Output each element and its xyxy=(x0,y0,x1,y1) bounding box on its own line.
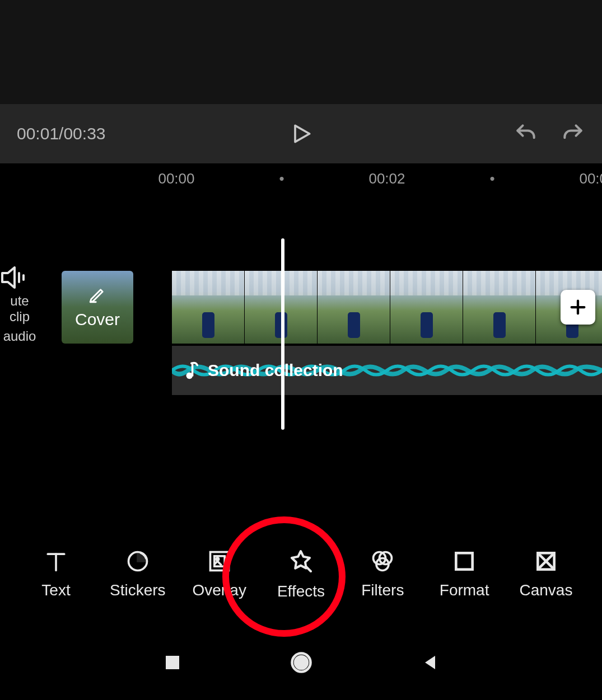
undo-button[interactable] xyxy=(514,121,538,146)
tool-format[interactable]: Format xyxy=(425,549,503,599)
tool-label: Canvas xyxy=(520,581,573,599)
editor-toolbar: Text Stickers Overlay Effects Filters Fo… xyxy=(0,524,602,624)
mute-label-line2: audio xyxy=(0,328,39,344)
triangle-back-icon xyxy=(420,652,440,673)
tool-label: Overlay xyxy=(192,581,246,599)
plus-icon xyxy=(568,298,587,317)
svg-rect-11 xyxy=(210,552,228,571)
tool-label: Format xyxy=(440,581,489,599)
circle-icon xyxy=(289,650,314,675)
ruler-tick: 00:04 xyxy=(575,170,602,187)
cover-thumb-button[interactable]: Cover xyxy=(62,271,133,344)
filters-icon xyxy=(370,549,395,574)
clip-frame xyxy=(463,271,536,344)
effects-icon xyxy=(287,548,314,575)
ruler-dot: • xyxy=(259,170,304,187)
total-time: 00:33 xyxy=(63,124,105,143)
video-editor-screen: 00:01/00:33 00:00 • 00:02 • 00:04 • ute … xyxy=(0,0,602,700)
audio-track-label: Sound collection xyxy=(208,361,343,380)
tool-overlay[interactable]: Overlay xyxy=(180,549,259,599)
audio-track[interactable]: Sound collection xyxy=(172,346,602,395)
nav-recent-button[interactable] xyxy=(162,652,183,673)
ruler-dot: • xyxy=(470,170,515,187)
mute-clip-audio-button[interactable]: ute clip audio xyxy=(0,266,39,344)
add-clip-button[interactable] xyxy=(561,290,595,325)
tool-canvas[interactable]: Canvas xyxy=(507,549,585,599)
svg-marker-1 xyxy=(2,267,15,288)
text-icon xyxy=(44,549,68,574)
transport-bar: 00:01/00:33 xyxy=(0,104,602,163)
timecode-display: 00:01/00:33 xyxy=(17,124,106,143)
tool-stickers[interactable]: Stickers xyxy=(99,549,177,599)
redo-button[interactable] xyxy=(561,121,585,146)
timeline-area[interactable]: ute clip audio Cover xyxy=(0,194,602,496)
mute-label-line1: ute clip xyxy=(0,293,39,324)
tool-label: Filters xyxy=(361,581,404,599)
music-note-icon xyxy=(184,361,200,380)
svg-marker-0 xyxy=(295,125,310,142)
nav-home-button[interactable] xyxy=(289,650,314,675)
svg-line-14 xyxy=(306,567,311,571)
playhead[interactable] xyxy=(281,238,284,430)
nav-back-button[interactable] xyxy=(420,652,440,673)
ruler-tick: 00:02 xyxy=(365,170,409,187)
video-clip-strip[interactable] xyxy=(172,271,602,344)
timeline-ruler[interactable]: 00:00 • 00:02 • 00:04 • xyxy=(0,163,602,194)
play-button[interactable] xyxy=(289,121,314,146)
cover-label: Cover xyxy=(75,310,120,329)
svg-marker-25 xyxy=(425,656,435,669)
svg-rect-22 xyxy=(166,656,179,669)
sticker-icon xyxy=(125,549,150,574)
tool-label: Text xyxy=(41,581,70,599)
undo-icon xyxy=(514,121,538,146)
tool-label: Effects xyxy=(277,582,325,600)
format-icon xyxy=(452,549,477,574)
svg-point-24 xyxy=(295,656,307,669)
svg-rect-18 xyxy=(456,553,472,569)
redo-icon xyxy=(561,121,585,146)
tool-label: Stickers xyxy=(110,581,166,599)
current-time: 00:01 xyxy=(17,124,59,143)
canvas-icon xyxy=(534,549,558,574)
clip-frame xyxy=(172,271,245,344)
tool-effects[interactable]: Effects xyxy=(262,548,340,600)
preview-area xyxy=(0,0,602,104)
tool-text[interactable]: Text xyxy=(17,549,95,599)
svg-rect-7 xyxy=(192,363,194,376)
overlay-icon xyxy=(207,549,232,574)
pencil-icon xyxy=(88,285,107,304)
play-icon xyxy=(289,121,314,146)
clip-frame xyxy=(318,271,390,344)
android-nav-bar xyxy=(0,624,602,700)
clip-frame xyxy=(390,271,463,344)
square-icon xyxy=(162,652,183,673)
ruler-tick: 00:00 xyxy=(154,170,199,187)
tool-filters[interactable]: Filters xyxy=(343,549,422,599)
speaker-icon xyxy=(0,266,27,289)
